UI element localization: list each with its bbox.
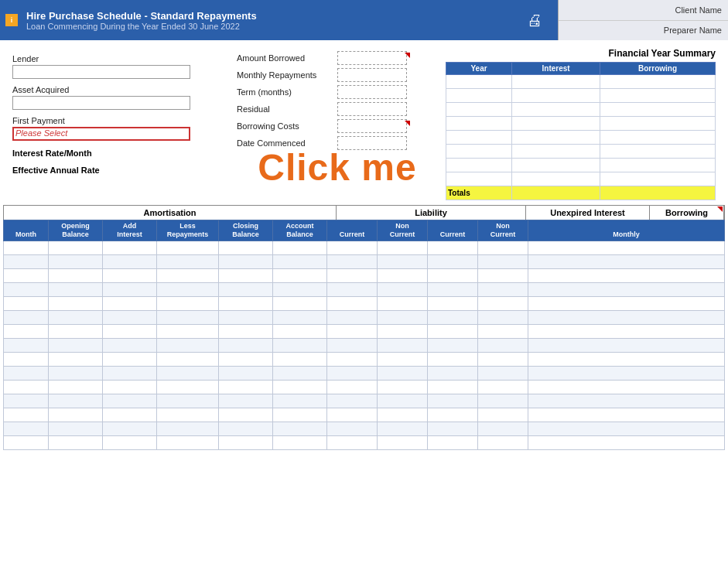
fys-totals-borrowing [600,186,716,200]
table-row-12-col-4 [219,408,273,422]
section-headers-row: Amortisation Liability Unexpired Interes… [3,205,725,220]
app-icon: i [0,0,23,40]
effective-rate-label: Effective Annual Rate [12,166,229,175]
table-row-1-col-1 [49,254,103,268]
fys-row-year-3 [446,117,512,131]
client-name-label: Client Name [675,5,722,15]
table-row-1-col-3 [157,254,219,268]
table-row-4-col-0 [4,296,49,310]
first-payment-select[interactable]: Please Select [12,127,190,141]
table-row-5-col-8 [428,310,478,324]
col-unexpired-current: Current [428,220,478,241]
table-row-12-col-5 [273,408,327,422]
table-row-9-col-7 [378,366,428,380]
table-row-10-col-10 [528,380,725,394]
borrowing-header-triangle [717,206,723,212]
table-row-0-col-8 [428,241,478,254]
fys-row-borrowing-3 [600,117,716,131]
table-row-1-col-10 [528,254,725,268]
table-row-13-col-5 [273,422,327,435]
amount-borrowed-input[interactable] [337,51,407,65]
table-row-4-col-6 [327,296,378,310]
table-row-3-col-5 [273,282,327,296]
print-button[interactable]: 🖨 [511,0,558,40]
fys-row-interest-2 [512,103,600,117]
table-row-8-col-5 [273,352,327,366]
app-icon-inner: i [5,14,18,26]
table-row-13-col-2 [103,422,157,435]
fys-row-year-6 [446,159,512,172]
col-current: Current [327,220,378,241]
term-input[interactable] [337,85,407,99]
residual-input[interactable] [337,102,407,116]
table-row-10-col-4 [219,380,273,394]
table-row-4-col-2 [103,296,157,310]
table-row-8-col-4 [219,352,273,366]
table-row-9-col-9 [478,366,528,380]
fys-row-borrowing-1 [600,89,716,103]
table-row-2-col-1 [49,268,103,282]
unexpired-interest-section-header: Unexpired Interest [526,206,650,220]
table-row-5-col-0 [4,310,49,324]
table-row-11-col-3 [157,394,219,408]
table-row-8-col-7 [378,352,428,366]
table-row-3-col-8 [428,282,478,296]
main-content-area: Lender Asset Acquired First Payment Plea… [0,40,728,450]
fys-table: Year Interest Borrowing [446,62,716,200]
fys-section: Financial Year Summary Year Interest Bor… [446,48,716,200]
table-row-5-col-1 [49,310,103,324]
table-row-7-col-5 [273,338,327,352]
table-row-2-col-0 [4,268,49,282]
asset-input[interactable] [12,96,190,110]
lender-input[interactable] [12,65,190,79]
table-row-6-col-3 [157,324,219,338]
table-row-4-col-9 [478,296,528,310]
col-account-balance: AccountBalance [273,220,327,241]
borrowing-costs-input[interactable] [337,119,407,133]
date-commenced-input[interactable] [337,136,407,150]
table-row-9-col-10 [528,366,725,380]
table-row-8-col-10 [528,352,725,366]
table-row-6-col-8 [428,324,478,338]
table-row-14-col-0 [4,435,49,449]
amount-borrowed-row: Amount Borrowed [237,49,438,67]
table-row-11-col-6 [327,394,378,408]
fys-row-interest-7 [512,172,600,186]
table-row-0-col-9 [478,241,528,254]
table-row-1-col-6 [327,254,378,268]
col-non-current: NonCurrent [378,220,428,241]
monthly-repayments-input[interactable] [337,68,407,82]
table-row-5-col-7 [378,310,428,324]
table-row-12-col-3 [157,408,219,422]
table-row-12-col-10 [528,408,725,422]
table-row-3-col-1 [49,282,103,296]
date-commenced-label: Date Commenced [237,138,337,148]
table-row-3-col-7 [378,282,428,296]
table-row-14-col-3 [157,435,219,449]
table-row-5-col-10 [528,310,725,324]
middle-section: Amount Borrowed Monthly Repayments Term … [237,48,438,152]
table-row-13-col-3 [157,422,219,435]
table-row-9-col-5 [273,366,327,380]
table-row-14-col-5 [273,435,327,449]
table-row-9-col-1 [49,366,103,380]
amount-borrowed-triangle [405,53,410,58]
header-titles: Hire Purchase Schedule - Standard Repaym… [23,0,511,40]
table-row-13-col-10 [528,422,725,435]
table-row-0-col-5 [273,241,327,254]
fys-totals-label: Totals [446,186,512,200]
table-row-1-col-5 [273,254,327,268]
table-row-13-col-1 [49,422,103,435]
col-month: Month [4,220,49,241]
borrowing-section-header: Borrowing [650,206,724,220]
click-me-text[interactable]: Click me [258,146,416,189]
fys-totals-interest [512,186,600,200]
table-row-4-col-3 [157,296,219,310]
table-row-4-col-1 [49,296,103,310]
header-client-info: Client Name Preparer Name [558,0,728,40]
app-subtitle: Loan Commencing During the Year Ended 30… [26,22,511,31]
table-row-12-col-9 [478,408,528,422]
client-name-row: Client Name [559,0,728,21]
table-row-3-col-10 [528,282,725,296]
table-row-1-col-2 [103,254,157,268]
